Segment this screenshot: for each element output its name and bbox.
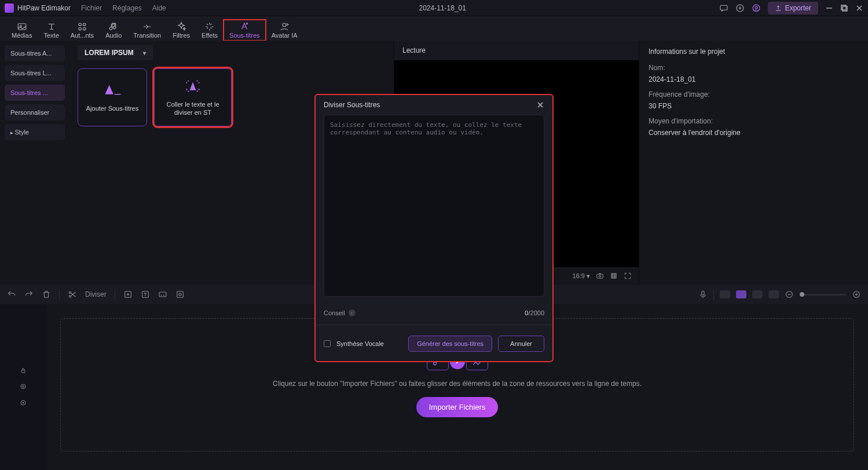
tab-subtitles-label: Sous-titres xyxy=(229,32,260,39)
window-maximize-button[interactable] xyxy=(840,4,848,12)
menu-file[interactable]: Fichier xyxy=(81,4,102,12)
generate-subtitles-button[interactable]: Générer des sous-titres xyxy=(408,336,492,352)
zoom-out-button[interactable] xyxy=(785,290,794,299)
import-files-button[interactable]: Importer Fichiers xyxy=(416,397,499,417)
fps-value: 30 FPS xyxy=(649,102,859,110)
download-icon[interactable] xyxy=(735,3,745,13)
font-selector-label: LOREM IPSUM xyxy=(85,49,134,57)
counsel-label: Conseil xyxy=(324,309,345,316)
zoom-in-button[interactable] xyxy=(852,290,861,299)
tab-transition[interactable]: Transition xyxy=(127,20,167,41)
account-icon[interactable] xyxy=(752,3,761,13)
svg-rect-18 xyxy=(597,274,603,278)
tool-record-icon[interactable] xyxy=(175,290,185,299)
cancel-button[interactable]: Annuler xyxy=(498,336,544,352)
tab-filters-label: Filtres xyxy=(173,32,190,39)
scissors-icon[interactable] xyxy=(68,290,77,299)
preview-title: Lecture xyxy=(394,41,639,60)
svg-point-38 xyxy=(23,402,24,403)
titlebar: HitPaw Edimakor Fichier Réglages Aide 20… xyxy=(0,0,868,16)
timeline-gutter xyxy=(0,304,46,470)
subtitle-paste-icon xyxy=(182,78,203,94)
subtab-3[interactable]: Personnaliser xyxy=(5,104,65,121)
track-lock-icon[interactable] xyxy=(20,366,27,376)
tts-checkbox[interactable] xyxy=(324,340,331,347)
tool-caption-icon[interactable] xyxy=(158,290,167,299)
tab-text[interactable]: Texte xyxy=(38,20,64,41)
export-button[interactable]: Exporter xyxy=(768,2,818,14)
snap-toggle-3[interactable] xyxy=(752,290,763,298)
import-mode-label: Moyen d'importation: xyxy=(649,117,859,125)
card-paste-text[interactable]: Coller le texte et le diviser en ST xyxy=(154,68,232,126)
svg-point-35 xyxy=(21,384,25,389)
svg-point-15 xyxy=(247,23,248,24)
subtitle-text-input[interactable] xyxy=(324,115,544,297)
track-mute-icon[interactable] xyxy=(20,398,27,409)
font-selector[interactable]: LOREM IPSUM xyxy=(78,45,153,60)
name-value: 2024-11-18_01 xyxy=(649,75,859,83)
import-mode-value: Conserver à l'endroit d'origine xyxy=(649,129,859,137)
tab-filters[interactable]: Filtres xyxy=(167,20,196,41)
fullscreen-icon[interactable] xyxy=(624,272,632,280)
snap-toggle-1[interactable] xyxy=(720,290,730,298)
tab-effects-label: Effets xyxy=(202,32,218,39)
fps-label: Fréquence d'image: xyxy=(649,90,859,99)
export-label: Exporter xyxy=(785,4,811,12)
info-icon[interactable]: i xyxy=(349,309,356,316)
menu-settings[interactable]: Réglages xyxy=(112,4,142,12)
tab-media[interactable]: Médias xyxy=(6,20,38,41)
tts-label[interactable]: Synthèse Vocale xyxy=(336,340,384,347)
tab-text-label: Texte xyxy=(43,32,58,39)
project-title: 2024-11-18_01 xyxy=(166,4,719,12)
snapshot-icon[interactable] xyxy=(596,272,604,280)
subtab-2[interactable]: Sous-titres ... xyxy=(5,85,65,101)
subtab-style[interactable]: Style xyxy=(5,124,65,140)
app-logo-icon xyxy=(5,3,14,13)
svg-point-14 xyxy=(83,28,86,31)
modal-close-button[interactable] xyxy=(536,101,544,109)
menubar: Fichier Réglages Aide xyxy=(81,4,166,12)
split-label[interactable]: Diviser xyxy=(85,290,107,298)
subtab-0[interactable]: Sous-titres A... xyxy=(5,45,65,61)
modal-title: Diviser Sous-titres xyxy=(324,101,380,109)
tool-mark-icon[interactable] xyxy=(123,290,133,299)
svg-point-36 xyxy=(23,386,24,388)
tab-stickers[interactable]: Aut...nts xyxy=(65,20,100,41)
microphone-icon[interactable] xyxy=(698,290,708,299)
snap-toggle-4[interactable] xyxy=(768,290,779,298)
card-add-subtitles[interactable]: Ajouter Sous-titres xyxy=(78,68,147,126)
tab-audio[interactable]: Audio xyxy=(100,20,127,41)
delete-button[interactable] xyxy=(42,290,51,299)
tool-text-icon[interactable] xyxy=(141,290,150,299)
tab-effects[interactable]: Effets xyxy=(196,20,224,41)
svg-rect-0 xyxy=(720,5,727,10)
undo-button[interactable] xyxy=(7,290,16,299)
tab-transition-label: Transition xyxy=(133,32,161,39)
tab-avatar-ai-label: Avatar IA xyxy=(272,32,298,39)
subtitle-subtabs: Sous-titres A... Sous-titres L... Sous-t… xyxy=(0,41,69,285)
subtab-1[interactable]: Sous-titres L... xyxy=(5,65,65,81)
aspect-ratio-selector[interactable]: 16:9 ▾ xyxy=(573,272,590,280)
divide-subtitles-modal: Diviser Sous-titres Conseil i 0/2000 Syn… xyxy=(314,94,554,362)
track-visibility-icon[interactable] xyxy=(20,382,27,392)
project-info-panel: Informations sur le projet Nom: 2024-11-… xyxy=(639,41,868,285)
window-close-button[interactable] xyxy=(855,4,863,12)
chat-icon[interactable] xyxy=(719,3,728,13)
dropzone-hint: Cliquez sur le bouton "Importer Fichiers… xyxy=(273,380,642,388)
svg-point-3 xyxy=(755,6,757,8)
redo-button[interactable] xyxy=(24,290,34,299)
snap-toggle-2[interactable] xyxy=(736,290,746,298)
svg-point-27 xyxy=(179,293,181,296)
window-minimize-button[interactable] xyxy=(825,4,833,12)
zoom-slider[interactable] xyxy=(800,294,846,296)
svg-rect-25 xyxy=(159,292,166,297)
svg-rect-20 xyxy=(611,274,616,278)
app-name: HitPaw Edimakor xyxy=(17,4,71,12)
crop-icon[interactable] xyxy=(610,272,618,280)
svg-point-19 xyxy=(599,275,601,278)
tab-avatar-ai[interactable]: Avatar IA xyxy=(266,20,303,41)
name-label: Nom: xyxy=(649,64,859,72)
tab-subtitles[interactable]: Sous-titres xyxy=(224,20,266,41)
svg-rect-26 xyxy=(177,292,183,298)
menu-help[interactable]: Aide xyxy=(152,4,166,12)
